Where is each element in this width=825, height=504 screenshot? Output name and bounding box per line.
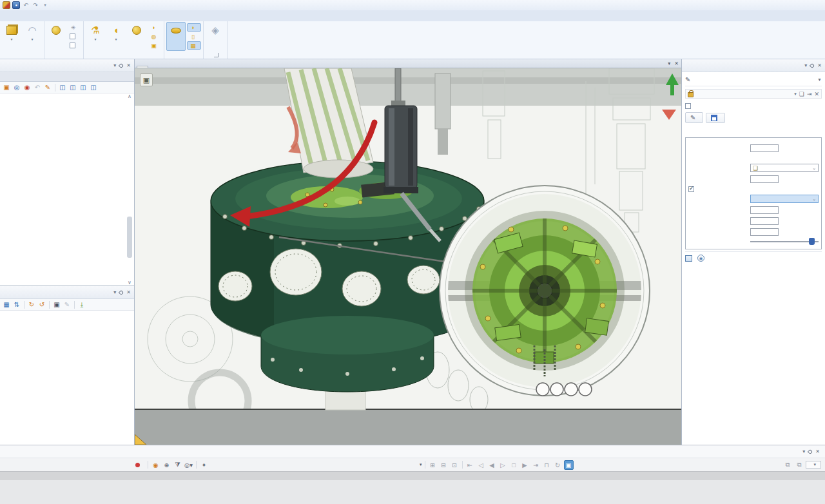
views-pin-icon[interactable] <box>119 63 124 68</box>
capture-image-icon[interactable]: ▣ <box>140 73 153 86</box>
glow-button[interactable]: ▣ <box>148 41 162 50</box>
outline-style-button[interactable]: ◠ ▾ <box>23 22 42 51</box>
scrollbar-thumb[interactable] <box>127 217 132 258</box>
loop-button[interactable]: ↻ <box>553 460 563 470</box>
go-start-button[interactable]: ⇤ <box>465 460 475 470</box>
timeline-menu-icon[interactable]: ▾ <box>802 449 805 454</box>
digger-onion-button[interactable] <box>565 383 578 396</box>
save-profile-icon[interactable]: ⇥ <box>807 91 812 97</box>
lighting-create-button[interactable]: ◖ ▾ <box>106 22 126 51</box>
key-icon[interactable]: ◉ <box>151 460 160 470</box>
ground-button[interactable] <box>166 22 186 51</box>
automatic-checkbox[interactable] <box>67 41 81 50</box>
camera-view-icon-4[interactable]: ◫ <box>89 83 98 92</box>
apply-style-icon[interactable]: ✎ <box>63 300 72 309</box>
import-properties-icon[interactable]: ⤓ <box>77 300 86 309</box>
outline-style-select[interactable]: ❏ ⌄ <box>750 164 819 172</box>
visible-checkbox[interactable] <box>67 32 81 41</box>
dialog-launcher-icon[interactable] <box>214 53 218 57</box>
go-end-button[interactable]: ⇥ <box>531 460 541 470</box>
loop-mode-button[interactable]: ▣ <box>564 460 574 470</box>
update-view-icon[interactable]: ◎ <box>12 83 21 92</box>
camera-view-icon-3[interactable]: ◫ <box>79 83 88 92</box>
app-icon[interactable] <box>3 1 10 9</box>
time-filter-icon-2[interactable]: ⧉ <box>794 460 804 470</box>
digger-help-button[interactable] <box>536 383 549 396</box>
stop-button[interactable]: □ <box>509 460 519 470</box>
profile-dropdown[interactable]: ▾ ❏ ⇥ ✕ <box>685 89 822 99</box>
silhouette-width-input[interactable] <box>750 206 779 214</box>
silhouette-style-select[interactable]: ⌄ <box>750 195 819 203</box>
shadow-width-input[interactable] <box>750 217 779 225</box>
document-tab[interactable] <box>137 66 148 68</box>
prev-key-button[interactable]: ◁ <box>476 460 486 470</box>
refresh-all-icon[interactable]: ↺ <box>37 300 46 309</box>
digger-zoom-in-button[interactable] <box>579 383 592 396</box>
add-key-icon[interactable]: ⊕ <box>162 460 171 470</box>
scene-svg[interactable] <box>135 68 681 445</box>
time-filter-icon-1[interactable]: ⧉ <box>782 460 792 470</box>
digger-magnifier[interactable] <box>440 186 650 396</box>
properties-pin-icon[interactable] <box>119 289 124 295</box>
auto-keys-record-icon[interactable] <box>135 463 140 467</box>
save-icon[interactable]: ▪ <box>12 1 20 9</box>
detail-view-checkbox[interactable] <box>685 101 822 110</box>
camera-view-icon-1[interactable]: ◫ <box>58 83 67 92</box>
select-keys-icon-3[interactable]: ⊡ <box>450 460 460 470</box>
attach-shadow-width-input[interactable] <box>750 228 779 236</box>
categorized-icon[interactable]: ▦ <box>2 300 11 309</box>
views-close-icon[interactable]: ✕ <box>126 63 131 68</box>
select-keys-icon-2[interactable]: ⊟ <box>439 460 449 470</box>
workshops-close-icon[interactable]: ✕ <box>817 63 822 68</box>
show-silhouettes-checkbox[interactable] <box>688 184 819 193</box>
snapshot-icon[interactable]: ▣ <box>52 300 61 309</box>
timeline-pin-icon[interactable] <box>808 449 813 454</box>
high-quality-button[interactable]: ◈ <box>206 22 225 51</box>
next-key-button[interactable]: ▶ <box>520 460 530 470</box>
timeline-ruler[interactable] <box>0 471 825 480</box>
update-all-views-icon[interactable]: ◉ <box>23 83 32 92</box>
outline-width-input[interactable] <box>750 175 779 183</box>
sort-alpha-icon[interactable]: ⇅ <box>12 300 21 309</box>
camera-keys-icon[interactable]: ◎▾ <box>184 460 193 470</box>
revert-view-icon[interactable]: ↶ <box>33 83 42 92</box>
camera-view-icon-2[interactable]: ◫ <box>68 83 77 92</box>
time-mode-select[interactable]: ▾ <box>806 461 821 469</box>
timeline-tracks[interactable] <box>0 480 825 504</box>
ambient-occlusion-button[interactable]: ◍ <box>148 32 162 41</box>
set-focal-point-button[interactable]: ✳ <box>67 23 81 32</box>
scroll-up-icon[interactable]: ∧ <box>128 93 131 99</box>
refinement-slider[interactable] <box>750 241 819 242</box>
ground-grid-button[interactable]: ▦ <box>187 41 201 50</box>
mode-button[interactable]: ▾ <box>2 22 21 51</box>
select-keys-icon-1[interactable]: ⊞ <box>428 460 438 470</box>
quick-access-dropdown-icon[interactable]: ▾ <box>41 1 49 9</box>
ground-mirror-button[interactable]: ▯ <box>187 32 201 41</box>
per-pixel-button[interactable] <box>127 22 146 51</box>
marker-button[interactable]: ⊓ <box>542 460 552 470</box>
refresh-icon[interactable]: ↻ <box>27 300 36 309</box>
refinement-slider-handle[interactable] <box>809 238 815 245</box>
redo-icon[interactable]: ↷ <box>32 1 39 9</box>
views-menu-icon[interactable]: ▾ <box>113 63 116 68</box>
global-line-width-input[interactable] <box>750 144 779 152</box>
digger-zoom-out-button[interactable] <box>550 383 563 396</box>
scene-3d-view[interactable]: ▣ <box>135 68 681 445</box>
workshops-menu-icon[interactable]: ▾ <box>804 63 807 68</box>
shadows-button[interactable]: ◗ <box>148 23 162 32</box>
filter-keys-icon[interactable]: ⧩ <box>173 460 182 470</box>
properties-menu-icon[interactable]: ▾ <box>113 289 116 295</box>
save-as-button[interactable] <box>706 113 725 123</box>
properties-close-icon[interactable]: ✕ <box>126 289 131 295</box>
timeline-close-icon[interactable]: ✕ <box>815 449 820 454</box>
undo-icon[interactable]: ↶ <box>22 1 30 9</box>
workshop-selector[interactable]: ✎ ▼ <box>685 73 822 86</box>
doc-menu-icon[interactable]: ▾ <box>668 61 670 66</box>
paint-view-icon[interactable]: ✎ <box>43 83 52 92</box>
workshops-pin-icon[interactable] <box>810 63 815 68</box>
scroll-down-icon[interactable]: ∨ <box>128 280 131 286</box>
doc-close-icon[interactable]: ✕ <box>674 61 679 66</box>
create-view-icon[interactable]: ▣ <box>2 83 11 92</box>
play-button[interactable]: ▷ <box>498 460 508 470</box>
preview-button[interactable]: ✎ <box>685 112 703 123</box>
